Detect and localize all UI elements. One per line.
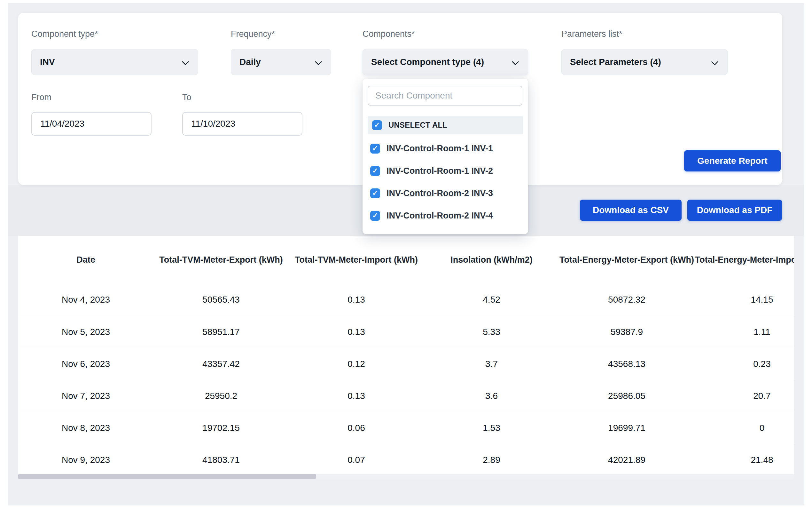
horizontal-scrollbar-thumb[interactable] xyxy=(18,474,316,479)
report-table: Date Total-TVM-Meter-Export (kWh) Total-… xyxy=(18,236,794,474)
table-cell: 1.11 xyxy=(695,316,794,348)
check-icon: ✓ xyxy=(372,167,378,175)
table-header-cell: Total-TVM-Meter-Export (kWh) xyxy=(153,236,289,284)
table-header-cell: Insolation (kWh/m2) xyxy=(424,236,559,284)
table-cell: 21.48 xyxy=(695,444,794,474)
component-option-label: INV-Control-Room-1 INV-2 xyxy=(386,166,493,176)
table-header-cell: Total-TVM-Meter-Import (kWh) xyxy=(289,236,424,284)
check-icon: ✓ xyxy=(372,211,378,220)
component-option[interactable]: ✓ INV-Control-Room-1 INV-1 xyxy=(368,141,523,156)
table-row: Nov 7, 2023 25950.2 0.13 3.6 25986.05 20… xyxy=(18,380,794,412)
parameters-value: Select Parameters (4) xyxy=(570,57,661,67)
parameters-label: Parameters list* xyxy=(561,29,622,39)
table-cell: Nov 8, 2023 xyxy=(18,412,153,444)
table-cell: 42021.89 xyxy=(559,444,695,474)
chevron-down-icon xyxy=(182,59,190,65)
component-checkbox[interactable]: ✓ xyxy=(370,188,380,198)
to-label: To xyxy=(182,92,191,102)
parameters-select[interactable]: Select Parameters (4) xyxy=(561,49,728,75)
components-value: Select Component type (4) xyxy=(371,57,484,67)
to-date-input[interactable] xyxy=(182,112,302,136)
download-csv-button[interactable]: Download as CSV xyxy=(580,200,681,221)
components-select[interactable]: Select Component type (4) xyxy=(363,49,528,75)
table-cell: 1.53 xyxy=(424,412,559,444)
chevron-down-icon xyxy=(711,59,719,65)
download-pdf-button[interactable]: Download as PDF xyxy=(687,200,782,221)
component-checkbox[interactable]: ✓ xyxy=(370,166,380,176)
generate-report-button[interactable]: Generate Report xyxy=(684,151,781,171)
table-cell: 50565.43 xyxy=(153,284,289,316)
table-cell: 19702.15 xyxy=(153,412,289,444)
unselect-all-label: UNSELECT ALL xyxy=(388,121,447,130)
table-cell: 58951.17 xyxy=(153,316,289,348)
table-cell: 14.15 xyxy=(695,284,794,316)
component-option[interactable]: ✓ INV-Control-Room-2 INV-3 xyxy=(368,185,523,201)
component-option[interactable]: ✓ INV-Control-Room-1 INV-2 xyxy=(368,163,523,178)
table-cell: 0.23 xyxy=(695,348,794,380)
table-cell: Nov 4, 2023 xyxy=(18,284,153,316)
table-cell: 0.06 xyxy=(289,412,424,444)
table-row: Nov 6, 2023 43357.42 0.12 3.7 43568.13 0… xyxy=(18,348,794,380)
unselect-all-checkbox[interactable]: ✓ xyxy=(372,120,382,130)
table-cell: Nov 7, 2023 xyxy=(18,380,153,412)
component-type-value: INV xyxy=(40,57,55,67)
table-row: Nov 8, 2023 19702.15 0.06 1.53 19699.71 … xyxy=(18,412,794,444)
table-cell: 20.7 xyxy=(695,380,794,412)
report-page: { "filters": { "component_type": { "labe… xyxy=(0,0,812,508)
table-header-cell: Total-Energy-Meter-Import (kWh) xyxy=(695,236,794,284)
component-option-label: INV-Control-Room-2 INV-4 xyxy=(386,211,493,221)
table-header-cell: Total-Energy-Meter-Export (kWh) xyxy=(559,236,695,284)
component-type-select[interactable]: INV xyxy=(31,49,198,75)
check-icon: ✓ xyxy=(374,121,380,129)
component-type-label: Component type* xyxy=(31,29,98,39)
frequency-value: Daily xyxy=(239,57,261,67)
table-cell: 59387.9 xyxy=(559,316,695,348)
component-option-label: INV-Control-Room-1 INV-1 xyxy=(386,144,493,154)
component-search-input[interactable] xyxy=(368,86,522,105)
horizontal-scrollbar[interactable] xyxy=(18,474,794,479)
from-date-input[interactable] xyxy=(31,112,151,136)
table-cell: 3.6 xyxy=(424,380,559,412)
table-cell: 0.13 xyxy=(289,284,424,316)
component-option[interactable]: ✓ INV-Control-Room-2 INV-4 xyxy=(368,208,523,223)
table-cell: 41803.71 xyxy=(153,444,289,474)
table-cell: 25986.05 xyxy=(559,380,695,412)
table-cell: 0.07 xyxy=(289,444,424,474)
table-cell: 19699.71 xyxy=(559,412,695,444)
table-cell: 3.7 xyxy=(424,348,559,380)
table-cell: 0.13 xyxy=(289,316,424,348)
table-cell: Nov 6, 2023 xyxy=(18,348,153,380)
component-checkbox[interactable]: ✓ xyxy=(370,211,380,221)
table-cell: 0.13 xyxy=(289,380,424,412)
check-icon: ✓ xyxy=(372,189,378,197)
table-cell: 0.12 xyxy=(289,348,424,380)
component-dropdown-popup: ✓ UNSELECT ALL ✓ INV-Control-Room-1 INV-… xyxy=(363,79,528,234)
chevron-down-icon xyxy=(315,59,323,65)
table-cell: Nov 9, 2023 xyxy=(18,444,153,474)
table-row: Nov 4, 2023 50565.43 0.13 4.52 50872.32 … xyxy=(18,284,794,316)
unselect-all-row[interactable]: ✓ UNSELECT ALL xyxy=(368,116,523,134)
component-option-label: INV-Control-Room-2 INV-3 xyxy=(386,188,493,198)
table-cell: Nov 5, 2023 xyxy=(18,316,153,348)
frequency-label: Frequency* xyxy=(231,29,275,39)
components-label: Components* xyxy=(363,29,415,39)
table-row: Nov 9, 2023 41803.71 0.07 2.89 42021.89 … xyxy=(18,444,794,474)
table-cell: 4.52 xyxy=(424,284,559,316)
table-cell: 2.89 xyxy=(424,444,559,474)
frequency-select[interactable]: Daily xyxy=(231,49,331,75)
table-cell: 50872.32 xyxy=(559,284,695,316)
table-header-cell: Date xyxy=(18,236,153,284)
table-cell: 43568.13 xyxy=(559,348,695,380)
component-checkbox[interactable]: ✓ xyxy=(370,144,380,154)
table-cell: 5.33 xyxy=(424,316,559,348)
table-cell: 25950.2 xyxy=(153,380,289,412)
table-row: Nov 5, 2023 58951.17 0.13 5.33 59387.9 1… xyxy=(18,316,794,348)
check-icon: ✓ xyxy=(372,144,378,153)
table-header-row: Date Total-TVM-Meter-Export (kWh) Total-… xyxy=(18,236,794,284)
table-cell: 0 xyxy=(695,412,794,444)
from-label: From xyxy=(31,92,51,102)
chevron-down-icon xyxy=(512,59,520,65)
table-cell: 43357.42 xyxy=(153,348,289,380)
